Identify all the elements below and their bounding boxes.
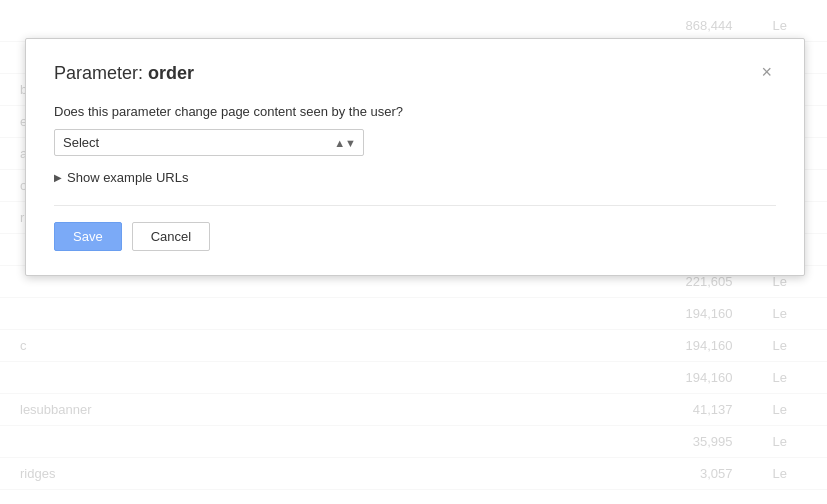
modal-body: Does this parameter change page content … <box>54 104 776 185</box>
modal-title: Parameter: order <box>54 63 194 84</box>
modal-title-bold: order <box>148 63 194 83</box>
cancel-button[interactable]: Cancel <box>132 222 210 251</box>
parameter-modal: Parameter: order × Does this parameter c… <box>25 38 805 276</box>
modal-title-prefix: Parameter: <box>54 63 148 83</box>
show-example-toggle[interactable]: ▶ Show example URLs <box>54 170 776 185</box>
parameter-select[interactable]: Select Yes No <box>54 129 364 156</box>
save-button[interactable]: Save <box>54 222 122 251</box>
triangle-icon: ▶ <box>54 172 62 183</box>
question-label: Does this parameter change page content … <box>54 104 776 119</box>
modal-footer: Save Cancel <box>54 205 776 251</box>
show-example-label: Show example URLs <box>67 170 188 185</box>
modal-header: Parameter: order × <box>54 63 776 84</box>
close-button[interactable]: × <box>757 63 776 81</box>
select-wrapper: Select Yes No ▲▼ <box>54 129 364 156</box>
